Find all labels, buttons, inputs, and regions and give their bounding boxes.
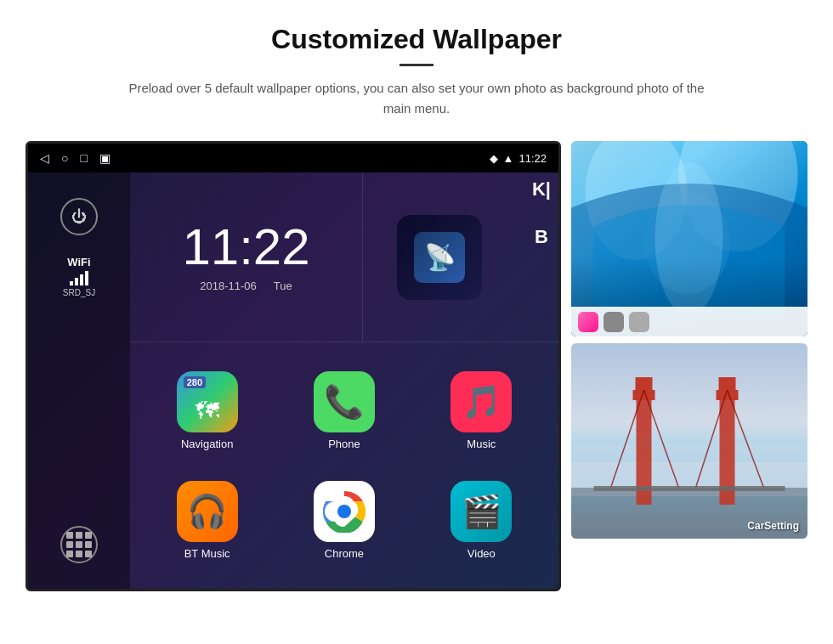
wifi-widget-inner: 📡 — [414, 232, 465, 283]
page-description: Preload over 5 default wallpaper options… — [128, 78, 706, 119]
signal-icon: 📡 — [424, 242, 456, 272]
power-button[interactable]: ⏻ — [60, 198, 98, 235]
navigation-label: Navigation — [181, 438, 233, 450]
app-bar-strip — [571, 307, 808, 336]
wifi-widget[interactable]: 📡 — [397, 215, 482, 300]
recents-icon[interactable]: □ — [80, 151, 87, 165]
mini-app-2 — [604, 312, 624, 332]
video-icon: 🎬 — [450, 481, 512, 542]
svg-rect-22 — [594, 486, 785, 491]
app-item-btmusic[interactable]: 🎧 BT Music — [139, 466, 275, 575]
apps-grid-icon — [66, 532, 92, 557]
app-item-chrome[interactable]: Chrome — [275, 466, 412, 575]
k-icon[interactable]: K| — [524, 172, 558, 206]
app-item-music[interactable]: 🎵 Music — [413, 356, 550, 466]
ice-cave-bg — [571, 141, 808, 336]
back-icon[interactable]: ◁ — [40, 151, 49, 165]
home-icon[interactable]: ○ — [61, 151, 68, 165]
bt-music-label: BT Music — [184, 547, 230, 560]
screen-body: ⏻ WiFi SRD_SJ — [28, 172, 558, 589]
status-icons: ◆ ▲ 11:22 — [490, 152, 547, 165]
wifi-signal-icon: ▲ — [503, 152, 514, 165]
nav-badge: 280 — [184, 376, 206, 388]
music-label: Music — [467, 438, 496, 450]
chrome-label: Chrome — [325, 547, 364, 560]
svg-point-2 — [337, 505, 351, 518]
svg-point-7 — [655, 162, 723, 315]
app-item-phone[interactable]: 📞 Phone — [275, 356, 412, 466]
wifi-bars — [63, 271, 95, 285]
wallpaper-thumb-bridge[interactable]: CarSetting — [571, 343, 808, 539]
apps-button[interactable] — [60, 526, 98, 563]
phone-icon: 📞 — [314, 371, 375, 432]
wifi-ssid: SRD_SJ — [63, 288, 95, 297]
page-header: Customized Wallpaper Preload over 5 defa… — [0, 0, 833, 133]
clock-date-value: 2018-11-06 — [200, 280, 257, 292]
screenshot-icon[interactable]: ▣ — [99, 151, 110, 165]
app-item-navigation[interactable]: 280 🗺 Navigation — [139, 356, 275, 466]
carsetting-label: CarSetting — [747, 520, 799, 532]
top-section: 11:22 2018-11-06 Tue 📡 — [130, 172, 558, 342]
b-icon[interactable]: B — [524, 220, 558, 254]
sidebar-top: ⏻ WiFi SRD_SJ — [60, 198, 98, 297]
android-screen: ◁ ○ □ ▣ ◆ ▲ 11:22 ⏻ WiFi — [26, 141, 561, 591]
phone-label: Phone — [328, 438, 360, 450]
clock-time: 11:22 — [182, 222, 309, 273]
clock-date: 2018-11-06 Tue — [200, 280, 292, 292]
wifi-info: WiFi SRD_SJ — [63, 256, 95, 297]
music-icon: 🎵 — [450, 371, 512, 432]
clock-status: 11:22 — [518, 152, 547, 165]
mini-app-1 — [578, 312, 598, 332]
wallpaper-thumb-ice[interactable] — [571, 141, 808, 336]
apps-grid: 280 🗺 Navigation 📞 Phone — [130, 342, 558, 589]
wifi-label: WiFi — [63, 256, 95, 268]
page-title: Customized Wallpaper — [68, 24, 765, 55]
main-content: ◁ ○ □ ▣ ◆ ▲ 11:22 ⏻ WiFi — [0, 141, 833, 591]
main-area: 11:22 2018-11-06 Tue 📡 — [130, 172, 558, 589]
bt-music-icon: 🎧 — [177, 481, 238, 542]
side-icons: K| B — [516, 172, 558, 342]
widget-area: 📡 — [363, 172, 516, 342]
app-item-video[interactable]: 🎬 Video — [413, 466, 550, 575]
status-bar: ◁ ○ □ ▣ ◆ ▲ 11:22 — [28, 144, 558, 172]
chrome-icon — [314, 481, 375, 542]
wallpaper-panel: CarSetting — [571, 141, 808, 539]
title-divider — [400, 64, 434, 66]
clock-area: 11:22 2018-11-06 Tue — [130, 172, 363, 342]
clock-day: Tue — [274, 280, 292, 292]
mini-app-3 — [629, 312, 649, 332]
video-label: Video — [468, 547, 496, 560]
left-sidebar: ⏻ WiFi SRD_SJ — [28, 172, 130, 589]
location-icon: ◆ — [490, 152, 498, 165]
nav-buttons: ◁ ○ □ ▣ — [40, 151, 110, 165]
navigation-icon: 280 🗺 — [177, 371, 238, 432]
